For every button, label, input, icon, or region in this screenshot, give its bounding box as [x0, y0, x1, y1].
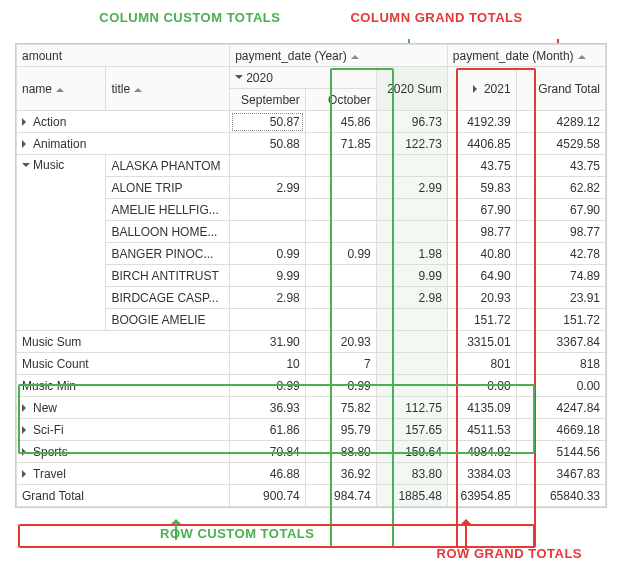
row-field-title[interactable]: title: [106, 67, 230, 111]
cell[interactable]: 4406.85: [447, 133, 516, 155]
row-header-animation[interactable]: Animation: [17, 133, 230, 155]
expand-icon[interactable]: [22, 404, 30, 412]
cell[interactable]: 43.75: [447, 155, 516, 177]
cell[interactable]: [305, 309, 376, 331]
row-field-name[interactable]: name: [17, 67, 106, 111]
cell[interactable]: 122.73: [376, 133, 447, 155]
year-2020-header[interactable]: 2020: [230, 67, 377, 89]
month-oct-header[interactable]: October: [305, 89, 376, 111]
cell[interactable]: 98.77: [447, 221, 516, 243]
cell[interactable]: 5144.56: [516, 441, 605, 463]
cell[interactable]: 67.90: [447, 199, 516, 221]
measure-cell[interactable]: amount: [17, 45, 230, 67]
cell[interactable]: 65840.33: [516, 485, 605, 507]
cell-title[interactable]: BIRCH ANTITRUST: [106, 265, 230, 287]
cell[interactable]: 4135.09: [447, 397, 516, 419]
cell[interactable]: [376, 309, 447, 331]
cell-title[interactable]: AMELIE HELLFIG...: [106, 199, 230, 221]
cell[interactable]: 0.00: [447, 375, 516, 397]
collapse-icon[interactable]: [235, 75, 243, 83]
cell[interactable]: 95.79: [305, 419, 376, 441]
cell[interactable]: 62.82: [516, 177, 605, 199]
cell[interactable]: 3367.84: [516, 331, 605, 353]
grand-total-col-header[interactable]: Grand Total: [516, 67, 605, 111]
cell[interactable]: 50.87: [230, 111, 306, 133]
grand-total-row-label[interactable]: Grand Total: [17, 485, 230, 507]
cell[interactable]: 46.88: [230, 463, 306, 485]
expand-icon[interactable]: [22, 426, 30, 434]
cell[interactable]: [305, 287, 376, 309]
cell-title[interactable]: BIRDCAGE CASP...: [106, 287, 230, 309]
cell[interactable]: [376, 155, 447, 177]
cell[interactable]: 1.98: [376, 243, 447, 265]
cell[interactable]: 2.98: [376, 287, 447, 309]
cell[interactable]: 3467.83: [516, 463, 605, 485]
cell[interactable]: 70.84: [230, 441, 306, 463]
row-header-new[interactable]: New: [17, 397, 230, 419]
cell[interactable]: 4192.39: [447, 111, 516, 133]
cell[interactable]: [305, 155, 376, 177]
cell[interactable]: 151.72: [447, 309, 516, 331]
custom-total-label[interactable]: Music Sum: [17, 331, 230, 353]
row-header-travel[interactable]: Travel: [17, 463, 230, 485]
cell[interactable]: 1885.48: [376, 485, 447, 507]
cell[interactable]: 10: [230, 353, 306, 375]
cell[interactable]: 59.83: [447, 177, 516, 199]
cell[interactable]: [230, 221, 306, 243]
col-field-year[interactable]: payment_date (Year): [230, 45, 448, 67]
collapse-icon[interactable]: [22, 163, 30, 171]
cell[interactable]: 83.80: [376, 463, 447, 485]
cell[interactable]: 4984.92: [447, 441, 516, 463]
cell[interactable]: 75.82: [305, 397, 376, 419]
cell[interactable]: 0.99: [305, 375, 376, 397]
cell[interactable]: 4247.84: [516, 397, 605, 419]
cell[interactable]: 63954.85: [447, 485, 516, 507]
year-2020-sum-header[interactable]: 2020 Sum: [376, 67, 447, 111]
cell[interactable]: 4289.12: [516, 111, 605, 133]
col-field-month[interactable]: payment_date (Month): [447, 45, 605, 67]
cell[interactable]: 96.73: [376, 111, 447, 133]
cell-title[interactable]: BANGER PINOC...: [106, 243, 230, 265]
cell[interactable]: 818: [516, 353, 605, 375]
cell[interactable]: 40.80: [447, 243, 516, 265]
cell[interactable]: [376, 331, 447, 353]
year-2021-header[interactable]: 2021: [447, 67, 516, 111]
cell[interactable]: [376, 221, 447, 243]
cell[interactable]: 20.93: [305, 331, 376, 353]
cell[interactable]: 0.99: [230, 243, 306, 265]
cell[interactable]: 74.89: [516, 265, 605, 287]
cell[interactable]: 50.88: [230, 133, 306, 155]
cell[interactable]: 98.77: [516, 221, 605, 243]
cell[interactable]: 61.86: [230, 419, 306, 441]
cell[interactable]: [376, 199, 447, 221]
cell[interactable]: 0.99: [230, 375, 306, 397]
expand-icon[interactable]: [22, 118, 30, 126]
expand-icon[interactable]: [22, 448, 30, 456]
cell[interactable]: 64.90: [447, 265, 516, 287]
cell-title[interactable]: ALONE TRIP: [106, 177, 230, 199]
cell[interactable]: 67.90: [516, 199, 605, 221]
cell[interactable]: 9.99: [230, 265, 306, 287]
cell[interactable]: 9.99: [376, 265, 447, 287]
cell[interactable]: 42.78: [516, 243, 605, 265]
cell[interactable]: 31.90: [230, 331, 306, 353]
cell[interactable]: [376, 375, 447, 397]
cell[interactable]: [230, 199, 306, 221]
cell[interactable]: [305, 265, 376, 287]
custom-total-label[interactable]: Music Count: [17, 353, 230, 375]
cell[interactable]: [230, 155, 306, 177]
cell[interactable]: 151.72: [516, 309, 605, 331]
cell-title[interactable]: BOOGIE AMELIE: [106, 309, 230, 331]
cell[interactable]: [230, 309, 306, 331]
row-header-music[interactable]: Music: [17, 155, 106, 331]
cell[interactable]: 3315.01: [447, 331, 516, 353]
cell[interactable]: 3384.03: [447, 463, 516, 485]
cell[interactable]: 7: [305, 353, 376, 375]
cell[interactable]: 2.99: [376, 177, 447, 199]
cell-title[interactable]: ALASKA PHANTOM: [106, 155, 230, 177]
cell[interactable]: 112.75: [376, 397, 447, 419]
cell[interactable]: 36.93: [230, 397, 306, 419]
cell[interactable]: 88.80: [305, 441, 376, 463]
cell[interactable]: 157.65: [376, 419, 447, 441]
cell[interactable]: 36.92: [305, 463, 376, 485]
